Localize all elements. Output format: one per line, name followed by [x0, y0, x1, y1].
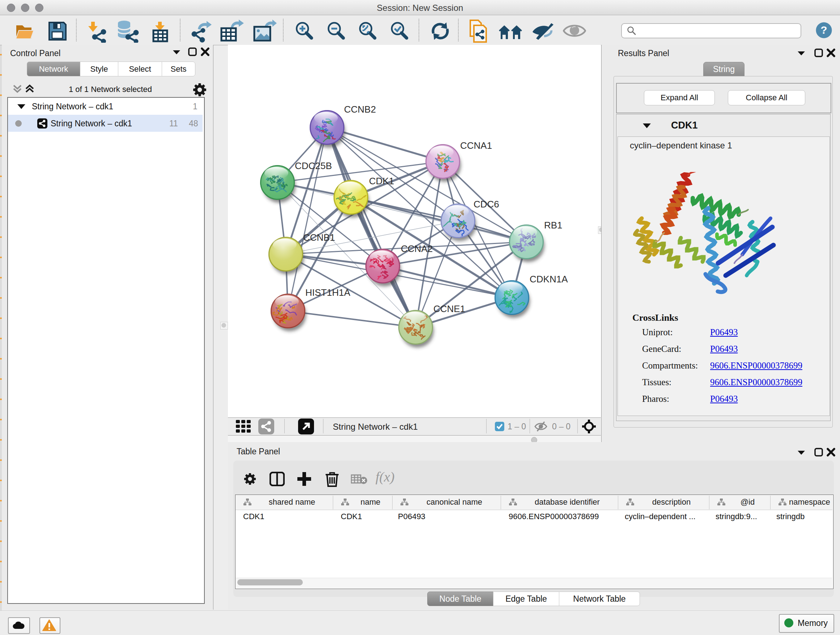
svg-text:CDKN1A: CDKN1A	[530, 274, 568, 285]
svg-text:CCNA1: CCNA1	[460, 140, 492, 151]
svg-text:RB1: RB1	[544, 220, 562, 231]
svg-text:CCNB2: CCNB2	[344, 104, 376, 115]
svg-text:HIST1H1A: HIST1H1A	[305, 287, 351, 298]
svg-text:CDC25B: CDC25B	[295, 160, 332, 171]
svg-text:CCNE1: CCNE1	[433, 303, 465, 314]
svg-text:CCNA2: CCNA2	[401, 243, 433, 254]
svg-text:CDK1: CDK1	[369, 176, 394, 187]
svg-text:CDC6: CDC6	[474, 199, 499, 210]
svg-text:?: ?	[821, 24, 827, 36]
svg-text:CCNB1: CCNB1	[303, 232, 335, 243]
